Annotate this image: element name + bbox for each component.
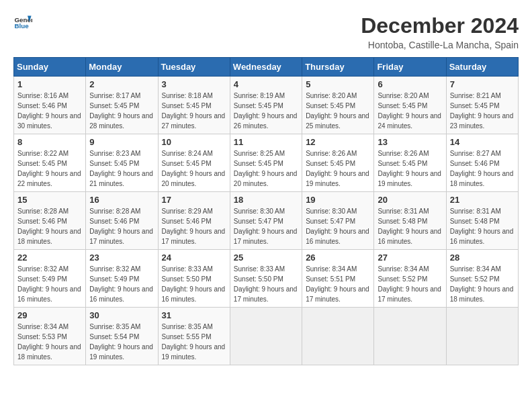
day-cell: 28Sunrise: 8:34 AMSunset: 5:52 PMDayligh… (446, 250, 518, 308)
day-number: 12 (306, 137, 370, 147)
day-number: 18 (234, 195, 298, 205)
day-cell: 24Sunrise: 8:33 AMSunset: 5:50 PMDayligh… (158, 250, 230, 308)
day-info: Sunrise: 8:33 AMSunset: 5:50 PMDaylight:… (234, 264, 298, 304)
day-cell: 17Sunrise: 8:29 AMSunset: 5:46 PMDayligh… (158, 192, 230, 250)
calendar-subtitle: Hontoba, Castille-La Mancha, Spain (361, 40, 519, 50)
day-info: Sunrise: 8:29 AMSunset: 5:46 PMDaylight:… (162, 206, 226, 246)
day-cell: 12Sunrise: 8:26 AMSunset: 5:45 PMDayligh… (302, 134, 374, 192)
day-info: Sunrise: 8:35 AMSunset: 5:54 PMDaylight:… (89, 322, 154, 362)
week-row-0: 1Sunrise: 8:16 AMSunset: 5:46 PMDaylight… (14, 77, 519, 134)
day-number: 15 (17, 195, 82, 205)
day-cell: 13Sunrise: 8:26 AMSunset: 5:45 PMDayligh… (374, 134, 446, 192)
day-info: Sunrise: 8:21 AMSunset: 5:45 PMDaylight:… (450, 91, 515, 131)
day-info: Sunrise: 8:32 AMSunset: 5:49 PMDaylight:… (89, 264, 154, 304)
day-number: 20 (378, 195, 442, 205)
day-number: 5 (306, 79, 370, 89)
day-number: 2 (89, 79, 154, 89)
day-cell: 7Sunrise: 8:21 AMSunset: 5:45 PMDaylight… (446, 77, 518, 134)
week-row-3: 22Sunrise: 8:32 AMSunset: 5:49 PMDayligh… (14, 250, 519, 308)
day-number: 6 (378, 79, 442, 89)
day-number: 23 (89, 253, 154, 263)
day-number: 29 (17, 310, 82, 320)
day-cell: 23Sunrise: 8:32 AMSunset: 5:49 PMDayligh… (86, 250, 158, 308)
day-info: Sunrise: 8:22 AMSunset: 5:45 PMDaylight:… (17, 148, 82, 189)
calendar-table: SundayMondayTuesdayWednesdayThursdayFrid… (13, 57, 519, 365)
header-friday: Friday (374, 58, 446, 77)
week-row-4: 29Sunrise: 8:34 AMSunset: 5:53 PMDayligh… (14, 308, 519, 365)
week-row-2: 15Sunrise: 8:28 AMSunset: 5:46 PMDayligh… (14, 192, 519, 250)
day-info: Sunrise: 8:30 AMSunset: 5:47 PMDaylight:… (306, 206, 370, 246)
day-number: 27 (378, 253, 442, 263)
day-number: 1 (17, 79, 82, 89)
day-info: Sunrise: 8:30 AMSunset: 5:47 PMDaylight:… (234, 206, 298, 246)
day-cell (302, 308, 374, 365)
day-number: 19 (306, 195, 370, 205)
day-cell: 11Sunrise: 8:25 AMSunset: 5:45 PMDayligh… (230, 134, 302, 192)
week-row-1: 8Sunrise: 8:22 AMSunset: 5:45 PMDaylight… (14, 134, 519, 192)
day-cell: 18Sunrise: 8:30 AMSunset: 5:47 PMDayligh… (230, 192, 302, 250)
day-cell: 26Sunrise: 8:34 AMSunset: 5:51 PMDayligh… (302, 250, 374, 308)
day-cell: 30Sunrise: 8:35 AMSunset: 5:54 PMDayligh… (86, 308, 158, 365)
day-number: 28 (450, 253, 515, 263)
day-info: Sunrise: 8:26 AMSunset: 5:45 PMDaylight:… (378, 148, 442, 189)
logo-icon: General Blue (13, 13, 32, 32)
day-info: Sunrise: 8:28 AMSunset: 5:46 PMDaylight:… (17, 206, 82, 246)
page-header: General Blue December 2024 Hontoba, Cast… (13, 13, 519, 50)
day-info: Sunrise: 8:25 AMSunset: 5:45 PMDaylight:… (234, 148, 298, 189)
day-cell: 19Sunrise: 8:30 AMSunset: 5:47 PMDayligh… (302, 192, 374, 250)
day-number: 3 (162, 79, 226, 89)
day-cell: 31Sunrise: 8:35 AMSunset: 5:55 PMDayligh… (158, 308, 230, 365)
day-info: Sunrise: 8:20 AMSunset: 5:45 PMDaylight:… (306, 91, 370, 131)
header-tuesday: Tuesday (158, 58, 230, 77)
header-row: SundayMondayTuesdayWednesdayThursdayFrid… (14, 58, 519, 77)
day-number: 14 (450, 137, 515, 147)
day-number: 21 (450, 195, 515, 205)
day-cell (446, 308, 518, 365)
header-sunday: Sunday (14, 58, 86, 77)
day-cell: 29Sunrise: 8:34 AMSunset: 5:53 PMDayligh… (14, 308, 86, 365)
day-number: 17 (162, 195, 226, 205)
day-cell: 5Sunrise: 8:20 AMSunset: 5:45 PMDaylight… (302, 77, 374, 134)
day-cell: 10Sunrise: 8:24 AMSunset: 5:45 PMDayligh… (158, 134, 230, 192)
day-number: 31 (162, 310, 226, 320)
day-number: 13 (378, 137, 442, 147)
day-cell: 22Sunrise: 8:32 AMSunset: 5:49 PMDayligh… (14, 250, 86, 308)
day-info: Sunrise: 8:33 AMSunset: 5:50 PMDaylight:… (162, 264, 226, 304)
day-number: 16 (89, 195, 154, 205)
day-info: Sunrise: 8:16 AMSunset: 5:46 PMDaylight:… (17, 91, 82, 131)
day-cell (230, 308, 302, 365)
day-info: Sunrise: 8:28 AMSunset: 5:46 PMDaylight:… (89, 206, 154, 246)
day-cell: 6Sunrise: 8:20 AMSunset: 5:45 PMDaylight… (374, 77, 446, 134)
day-number: 26 (306, 253, 370, 263)
logo: General Blue (13, 13, 32, 32)
day-number: 30 (89, 310, 154, 320)
day-info: Sunrise: 8:32 AMSunset: 5:49 PMDaylight:… (17, 264, 82, 304)
day-info: Sunrise: 8:18 AMSunset: 5:45 PMDaylight:… (162, 91, 226, 131)
day-info: Sunrise: 8:35 AMSunset: 5:55 PMDaylight:… (162, 322, 226, 362)
day-number: 22 (17, 253, 82, 263)
header-monday: Monday (86, 58, 158, 77)
day-number: 24 (162, 253, 226, 263)
day-number: 7 (450, 79, 515, 89)
day-cell: 4Sunrise: 8:19 AMSunset: 5:45 PMDaylight… (230, 77, 302, 134)
day-info: Sunrise: 8:23 AMSunset: 5:45 PMDaylight:… (89, 148, 154, 189)
day-info: Sunrise: 8:27 AMSunset: 5:46 PMDaylight:… (450, 148, 515, 189)
day-cell: 1Sunrise: 8:16 AMSunset: 5:46 PMDaylight… (14, 77, 86, 134)
day-info: Sunrise: 8:26 AMSunset: 5:45 PMDaylight:… (306, 148, 370, 189)
day-cell: 27Sunrise: 8:34 AMSunset: 5:52 PMDayligh… (374, 250, 446, 308)
day-info: Sunrise: 8:34 AMSunset: 5:51 PMDaylight:… (306, 264, 370, 304)
day-number: 25 (234, 253, 298, 263)
calendar-title: December 2024 (361, 13, 519, 38)
day-number: 9 (89, 137, 154, 147)
day-cell: 21Sunrise: 8:31 AMSunset: 5:48 PMDayligh… (446, 192, 518, 250)
header-saturday: Saturday (446, 58, 518, 77)
day-info: Sunrise: 8:19 AMSunset: 5:45 PMDaylight:… (234, 91, 298, 131)
day-cell: 16Sunrise: 8:28 AMSunset: 5:46 PMDayligh… (86, 192, 158, 250)
svg-text:Blue: Blue (14, 22, 29, 30)
day-info: Sunrise: 8:31 AMSunset: 5:48 PMDaylight:… (450, 206, 515, 246)
header-wednesday: Wednesday (230, 58, 302, 77)
day-cell: 20Sunrise: 8:31 AMSunset: 5:48 PMDayligh… (374, 192, 446, 250)
day-info: Sunrise: 8:24 AMSunset: 5:45 PMDaylight:… (162, 148, 226, 189)
day-info: Sunrise: 8:17 AMSunset: 5:45 PMDaylight:… (89, 91, 154, 131)
day-number: 4 (234, 79, 298, 89)
